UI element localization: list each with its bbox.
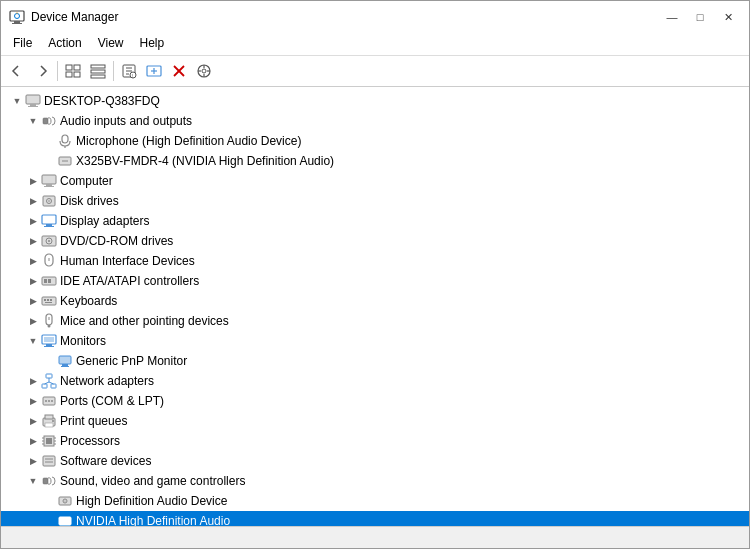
tree-row-audio[interactable]: ▼ Audio inputs and outputs [1, 111, 749, 131]
tree-row-disk[interactable]: ▶ Disk drives [1, 191, 749, 211]
svg-rect-32 [43, 118, 48, 124]
tree-row-hid[interactable]: ▶ Human Interface Devices [1, 251, 749, 271]
uninstall-button[interactable] [167, 59, 191, 83]
svg-point-42 [48, 200, 50, 202]
svg-rect-8 [74, 72, 80, 77]
toolbar-separator-2 [113, 61, 114, 81]
tree-row-mice[interactable]: ▶ Mice and other pointing devices [1, 311, 749, 331]
tree-row-keyboard[interactable]: ▶ Keyboards [1, 291, 749, 311]
disk-icon [41, 193, 57, 209]
view-button-1[interactable] [61, 59, 85, 83]
tree-row-microphone[interactable]: Microphone (High Definition Audio Device… [1, 131, 749, 151]
menu-file[interactable]: File [5, 33, 40, 53]
svg-rect-43 [42, 215, 56, 224]
device-manager-window: Device Manager — □ ✕ File Action View He… [0, 0, 750, 549]
hd-audio-icon [57, 493, 73, 509]
expand-hid[interactable]: ▶ [25, 253, 41, 269]
tree-row-processors[interactable]: ▶ Processors [1, 431, 749, 451]
svg-rect-69 [46, 374, 52, 378]
nvidia-audio-label: X325BV-FMDR-4 (NVIDIA High Definition Au… [76, 154, 334, 168]
svg-rect-7 [66, 72, 72, 77]
toolbar-separator-1 [57, 61, 58, 81]
tree-row-desktop[interactable]: ▼ DESKTOP-Q383FDQ [1, 91, 749, 111]
minimize-button[interactable]: — [659, 7, 685, 27]
tree-row-network[interactable]: ▶ Network adapters [1, 371, 749, 391]
svg-rect-1 [14, 21, 20, 23]
expand-audio[interactable]: ▼ [25, 113, 41, 129]
svg-point-28 [202, 69, 206, 73]
tree-row-dvd[interactable]: ▶ DVD/CD-ROM drives [1, 231, 749, 251]
tree-row-nvidia-audio[interactable]: X325BV-FMDR-4 (NVIDIA High Definition Au… [1, 151, 749, 171]
tree-row-nvidia-hda[interactable]: NVIDIA High Definition Audio [1, 511, 749, 526]
tree-row-ports[interactable]: ▶ Ports (COM & LPT) [1, 391, 749, 411]
expand-software[interactable]: ▶ [25, 453, 41, 469]
forward-button[interactable] [30, 59, 54, 83]
properties-button[interactable]: ! [117, 59, 141, 83]
menu-action[interactable]: Action [40, 33, 89, 53]
svg-point-78 [51, 400, 53, 402]
expand-processors[interactable]: ▶ [25, 433, 41, 449]
dvd-icon [41, 233, 57, 249]
svg-rect-80 [45, 415, 53, 419]
svg-rect-5 [66, 65, 72, 70]
display-icon [41, 213, 57, 229]
svg-rect-45 [44, 226, 54, 227]
tree-row-ide[interactable]: ▶ IDE ATA/ATAPI controllers [1, 271, 749, 291]
menu-help[interactable]: Help [132, 33, 173, 53]
expand-monitors[interactable]: ▼ [25, 333, 41, 349]
tree-row-sound[interactable]: ▼ Sound, video and game controllers [1, 471, 749, 491]
svg-rect-11 [91, 75, 105, 78]
scan-button[interactable] [192, 59, 216, 83]
network-label: Network adapters [60, 374, 154, 388]
tree-row-hd-audio[interactable]: High Definition Audio Device [1, 491, 749, 511]
expand-computer[interactable]: ▶ [25, 173, 41, 189]
svg-rect-29 [26, 95, 40, 104]
svg-rect-53 [48, 279, 51, 283]
print-icon [41, 413, 57, 429]
expand-ports[interactable]: ▶ [25, 393, 41, 409]
expand-keyboard[interactable]: ▶ [25, 293, 41, 309]
svg-point-97 [64, 500, 65, 501]
expand-mice[interactable]: ▶ [25, 313, 41, 329]
tree-row-software[interactable]: ▶ Software devices [1, 451, 749, 471]
expand-dvd[interactable]: ▶ [25, 233, 41, 249]
svg-rect-63 [46, 344, 52, 346]
sound-node: ▼ Sound, video and game controllers [1, 471, 749, 526]
update-driver-button[interactable] [142, 59, 166, 83]
menu-view[interactable]: View [90, 33, 132, 53]
back-button[interactable] [5, 59, 29, 83]
microphone-icon [57, 133, 73, 149]
ports-icon [41, 393, 57, 409]
svg-rect-10 [91, 70, 105, 73]
keyboard-icon [41, 293, 57, 309]
expand-sound[interactable]: ▼ [25, 473, 41, 489]
tree-row-generic-monitor[interactable]: Generic PnP Monitor [1, 351, 749, 371]
svg-rect-55 [44, 299, 46, 301]
expand-disk[interactable]: ▶ [25, 193, 41, 209]
monitors-label: Monitors [60, 334, 106, 348]
tree-row-print[interactable]: ▶ Print queues [1, 411, 749, 431]
tree-row-monitors[interactable]: ▼ Monitors [1, 331, 749, 351]
expand-display[interactable]: ▶ [25, 213, 41, 229]
view-button-2[interactable] [86, 59, 110, 83]
expand-network[interactable]: ▶ [25, 373, 41, 389]
processor-icon [41, 433, 57, 449]
maximize-button[interactable]: □ [687, 7, 713, 27]
mice-label: Mice and other pointing devices [60, 314, 229, 328]
expand-ide[interactable]: ▶ [25, 273, 41, 289]
svg-rect-44 [46, 224, 52, 226]
tree-row-display[interactable]: ▶ Display adapters [1, 211, 749, 231]
tree-row-computer[interactable]: ▶ Computer [1, 171, 749, 191]
hid-icon [41, 253, 57, 269]
keyboard-label: Keyboards [60, 294, 117, 308]
svg-point-100 [64, 520, 65, 521]
expand-desktop[interactable]: ▼ [9, 93, 25, 109]
close-button[interactable]: ✕ [715, 7, 741, 27]
title-bar-left: Device Manager [9, 9, 118, 25]
app-icon [9, 9, 25, 25]
expand-print[interactable]: ▶ [25, 413, 41, 429]
sound-icon [41, 473, 57, 489]
nvidia-audio-icon [57, 153, 73, 169]
device-tree[interactable]: ▼ DESKTOP-Q383FDQ ▼ [1, 87, 749, 526]
hd-audio-label: High Definition Audio Device [76, 494, 227, 508]
